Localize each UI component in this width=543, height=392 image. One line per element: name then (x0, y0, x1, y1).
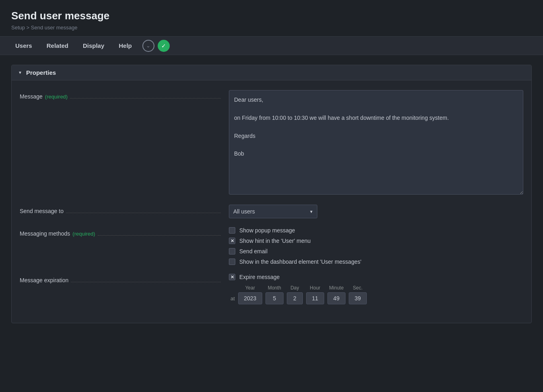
section-header: ▼ Properties (12, 65, 531, 80)
send-to-control: All users Specific users User groups (229, 205, 523, 218)
message-row: Message (required) Dear users, on Friday… (20, 90, 523, 196)
nav-item-users[interactable]: Users (8, 37, 39, 55)
expire-checkbox-row: ✕ Expire message (229, 274, 523, 280)
checkbox-email[interactable]: Send email (229, 248, 523, 254)
properties-panel: ▼ Properties Message (required) Dear use… (11, 65, 532, 323)
breadcrumb: Setup > Send user message (11, 25, 532, 31)
at-label: at (230, 288, 235, 302)
send-to-row: Send message to All users Specific users… (20, 205, 523, 218)
messaging-methods-control: Show popup message ✕ Show hint in the 'U… (229, 227, 523, 265)
messaging-methods-label: Messaging methods (required) (20, 227, 221, 237)
expiration-label: Message expiration (20, 274, 221, 283)
page-header: Send user message Setup > Send user mess… (0, 0, 543, 31)
checkmark-icon: ✓ (161, 43, 166, 49)
navigation-bar: Users Related Display Help ⌄ ✓ (0, 36, 543, 55)
expiration-control: ✕ Expire message at Year Month (229, 274, 523, 304)
message-textarea[interactable]: Dear users, on Friday from 10:00 to 10:3… (229, 90, 523, 195)
expire-label: Expire message (239, 274, 280, 280)
sec-input[interactable] (349, 292, 367, 304)
sec-col: Sec. (349, 285, 367, 304)
expire-checkbox-box[interactable]: ✕ (229, 274, 235, 280)
day-input[interactable] (287, 292, 303, 304)
day-col: Day (287, 285, 303, 304)
month-input[interactable] (265, 292, 284, 304)
checkbox-popup-box[interactable] (229, 227, 235, 234)
year-label: Year (245, 285, 255, 291)
checkbox-dashboard-box[interactable] (229, 259, 235, 265)
expiration-section: ✕ Expire message at Year Month (229, 274, 523, 304)
nav-item-help[interactable]: Help (111, 37, 139, 55)
minute-input[interactable] (327, 292, 346, 304)
checkbox-dashboard-label: Show in the dashboard element 'User mess… (239, 259, 361, 265)
minute-col: Minute (327, 285, 346, 304)
checkmark-icon: ✕ (230, 275, 234, 280)
section-title: Properties (26, 69, 56, 76)
send-to-select[interactable]: All users Specific users User groups (229, 205, 317, 218)
dropdown-icon-button[interactable]: ⌄ (142, 40, 154, 52)
checkbox-email-label: Send email (239, 248, 267, 254)
month-label: Month (268, 285, 281, 291)
sec-label: Sec. (353, 285, 362, 291)
date-time-row: at Year Month Day (229, 285, 523, 304)
content-area: ▼ Properties Message (required) Dear use… (0, 55, 543, 333)
checkbox-hint-box[interactable]: ✕ (229, 238, 235, 244)
checkbox-hint-label: Show hint in the 'User' menu (239, 238, 311, 244)
collapse-icon[interactable]: ▼ (18, 70, 22, 75)
checkbox-dashboard[interactable]: Show in the dashboard element 'User mess… (229, 259, 523, 265)
nav-item-display[interactable]: Display (76, 37, 111, 55)
checkbox-hint[interactable]: ✕ Show hint in the 'User' menu (229, 238, 523, 244)
checkmark-icon: ✕ (230, 238, 234, 244)
page-title: Send user message (11, 10, 532, 22)
hour-input[interactable] (306, 292, 324, 304)
hour-label: Hour (310, 285, 320, 291)
minute-label: Minute (329, 285, 343, 291)
hour-col: Hour (306, 285, 324, 304)
day-label: Day (290, 285, 299, 291)
checkbox-email-box[interactable] (229, 248, 235, 254)
message-control: Dear users, on Friday from 10:00 to 10:3… (229, 90, 523, 196)
checkbox-popup-label: Show popup message (239, 227, 295, 234)
chevron-down-icon: ⌄ (146, 43, 150, 49)
checkbox-group: Show popup message ✕ Show hint in the 'U… (229, 227, 523, 265)
year-input[interactable] (238, 292, 262, 304)
section-body: Message (required) Dear users, on Friday… (12, 80, 531, 323)
message-label: Message (required) (20, 90, 221, 100)
nav-item-related[interactable]: Related (39, 37, 76, 55)
send-to-select-wrapper: All users Specific users User groups (229, 205, 317, 218)
messaging-methods-row: Messaging methods (required) Show popup … (20, 227, 523, 265)
month-col: Month (265, 285, 284, 304)
save-check-button[interactable]: ✓ (158, 40, 170, 52)
send-to-label: Send message to (20, 205, 221, 214)
expiration-row: Message expiration ✕ Expire message at (20, 274, 523, 304)
year-col: Year (238, 285, 262, 304)
checkbox-popup[interactable]: Show popup message (229, 227, 523, 234)
